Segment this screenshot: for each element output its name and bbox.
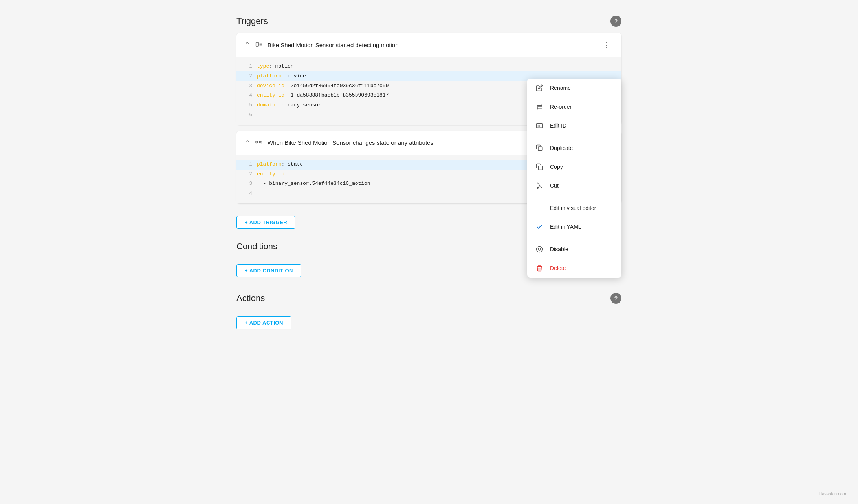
menu-item-edit-visual[interactable]: Edit in visual editor bbox=[527, 199, 622, 217]
svg-point-19 bbox=[538, 248, 541, 250]
trash-icon bbox=[535, 264, 544, 272]
menu-item-edit-id[interactable]: ID Edit ID bbox=[527, 116, 622, 135]
cut-icon bbox=[535, 181, 544, 190]
menu-item-cut[interactable]: Cut bbox=[527, 176, 622, 195]
svg-point-15 bbox=[537, 183, 538, 184]
triggers-help-icon[interactable]: ? bbox=[610, 16, 622, 27]
reorder-icon bbox=[535, 102, 544, 111]
actions-title: Actions bbox=[236, 293, 265, 303]
svg-text:ID: ID bbox=[538, 125, 541, 127]
duplicate-label: Duplicate bbox=[550, 145, 614, 151]
trigger-1-title: Bike Shed Motion Sensor started detectin… bbox=[268, 42, 600, 48]
trigger-1-more-button[interactable]: ⋮ bbox=[600, 39, 614, 50]
menu-item-delete[interactable]: Delete bbox=[527, 259, 622, 278]
actions-section-header: Actions ? bbox=[236, 293, 622, 304]
chevron-up-icon-2: ⌃ bbox=[244, 139, 250, 147]
context-menu: Rename Re-order ID Edit ID bbox=[527, 79, 622, 278]
menu-item-edit-yaml[interactable]: Edit in YAML bbox=[527, 217, 622, 236]
delete-label: Delete bbox=[550, 265, 614, 271]
copy-icon bbox=[535, 163, 544, 171]
cut-label: Cut bbox=[550, 183, 614, 189]
state-change-icon bbox=[255, 138, 263, 147]
watermark: Hassbian.com bbox=[819, 491, 846, 496]
page-container: Triggers ? ⌃ Bike Shed Motion Sensor sta… bbox=[213, 0, 645, 361]
svg-rect-13 bbox=[539, 166, 543, 170]
motion-sensor-icon bbox=[255, 40, 263, 49]
menu-item-disable[interactable]: Disable bbox=[527, 240, 622, 259]
add-action-button[interactable]: + ADD ACTION bbox=[236, 316, 292, 329]
triggers-section-header: Triggers ? bbox=[236, 16, 622, 27]
rename-label: Rename bbox=[550, 85, 614, 91]
menu-item-duplicate[interactable]: Duplicate bbox=[527, 139, 622, 157]
svg-line-17 bbox=[538, 186, 540, 188]
check-icon bbox=[535, 223, 544, 231]
menu-item-copy[interactable]: Copy bbox=[527, 157, 622, 176]
edit-visual-label: Edit in visual editor bbox=[550, 205, 614, 211]
edit-yaml-label: Edit in YAML bbox=[550, 224, 614, 230]
chevron-up-icon-1: ⌃ bbox=[244, 40, 250, 49]
visual-editor-icon bbox=[535, 204, 544, 212]
svg-point-4 bbox=[256, 141, 258, 143]
id-icon: ID bbox=[535, 121, 544, 130]
menu-item-reorder[interactable]: Re-order bbox=[527, 97, 622, 116]
duplicate-icon bbox=[535, 144, 544, 152]
svg-rect-12 bbox=[538, 147, 542, 151]
disable-label: Disable bbox=[550, 246, 614, 252]
add-trigger-button[interactable]: + ADD TRIGGER bbox=[236, 216, 295, 229]
conditions-title: Conditions bbox=[236, 241, 277, 252]
pencil-icon bbox=[535, 84, 544, 92]
menu-item-rename[interactable]: Rename bbox=[527, 79, 622, 97]
add-condition-button[interactable]: + ADD CONDITION bbox=[236, 264, 301, 277]
trigger-card-1-header[interactable]: ⌃ Bike Shed Motion Sensor started detect… bbox=[236, 33, 622, 57]
svg-point-14 bbox=[537, 188, 538, 189]
menu-divider-2 bbox=[527, 197, 622, 197]
code-line-1-1: 1 type: motion bbox=[236, 62, 622, 71]
menu-divider-1 bbox=[527, 137, 622, 137]
actions-section: Actions ? + ADD ACTION bbox=[236, 293, 622, 342]
triggers-title: Triggers bbox=[236, 16, 268, 26]
disable-icon bbox=[535, 245, 544, 254]
svg-rect-0 bbox=[256, 42, 259, 46]
actions-help-icon[interactable]: ? bbox=[610, 293, 622, 304]
menu-divider-3 bbox=[527, 238, 622, 238]
copy-label: Copy bbox=[550, 164, 614, 170]
svg-point-18 bbox=[537, 247, 543, 252]
reorder-label: Re-order bbox=[550, 104, 614, 110]
edit-id-label: Edit ID bbox=[550, 122, 614, 129]
